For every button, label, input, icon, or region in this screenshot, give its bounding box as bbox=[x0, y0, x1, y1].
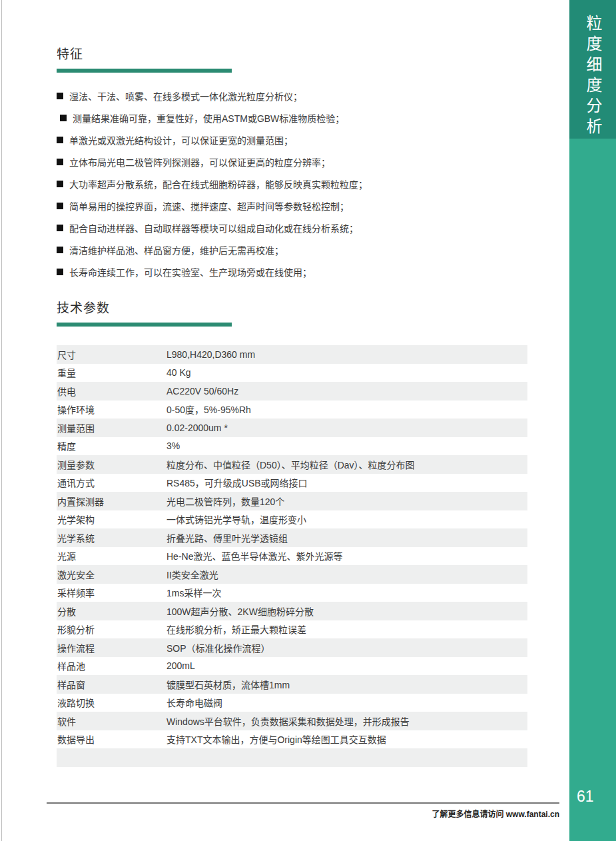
features-section-title: 特征 bbox=[57, 44, 527, 62]
spec-label: 操作流程 bbox=[57, 641, 166, 654]
catalog-page: 特征 湿法、干法、喷雾、在线多模式一体化激光粒度分析仪； 测量结果准确可靠，重复… bbox=[0, 0, 616, 841]
spec-value: 40 Kg bbox=[166, 367, 527, 378]
spec-value: 折叠光路、傅里叶光学透镜组 bbox=[166, 531, 527, 544]
table-row: 液路切换 长寿命电磁阀 bbox=[57, 694, 527, 712]
feature-item: 简单易用的操控界面，流速、搅拌速度、超声时间等参数轻松控制； bbox=[57, 195, 527, 217]
feature-text: 大功率超声分散系统，配合在线式细胞粉碎器，能够反映真实颗粒粒度； bbox=[69, 177, 368, 191]
table-row: 测量范围 0.02-2000um * bbox=[57, 419, 527, 437]
spec-value: 支持TXT文本输出，方便与Origin等绘图工具交互数据 bbox=[166, 732, 527, 746]
spec-label: 样品窗 bbox=[57, 678, 166, 691]
spec-value: SOP（标准化操作流程） bbox=[166, 641, 527, 654]
spec-label: 形貌分析 bbox=[57, 622, 166, 636]
spec-label: 重量 bbox=[57, 366, 166, 379]
feature-item: 测量结果准确可靠，重复性好，使用ASTM或GBW标准物质检验； bbox=[57, 107, 527, 129]
table-row: 样品窗 镀膜型石英材质，流体槽1mm bbox=[57, 675, 527, 694]
feature-item: 单激光或双激光结构设计，可以保证更宽的测量范围； bbox=[57, 129, 527, 151]
spec-value: 光电二极管阵列，数量120个 bbox=[166, 494, 527, 508]
spec-label: 测量范围 bbox=[57, 421, 166, 434]
table-row: 数据导出 支持TXT文本输出，方便与Origin等绘图工具交互数据 bbox=[57, 730, 527, 749]
feature-text: 单激光或双激光结构设计，可以保证更宽的测量范围； bbox=[69, 133, 293, 147]
spec-value: RS485，可升级成USB或网络接口 bbox=[166, 476, 527, 489]
table-row: 精度 3% bbox=[57, 437, 527, 456]
table-row bbox=[57, 748, 527, 767]
feature-text: 立体布局光电二极管阵列探测器，可以保证更高的粒度分辨率； bbox=[69, 155, 330, 169]
spec-label: 激光安全 bbox=[57, 568, 166, 581]
table-row: 分散 100W超声分散、2KW细胞粉碎分散 bbox=[57, 602, 527, 620]
table-row: 光学架构 一体式铸铝光学导轨，温度形变小 bbox=[57, 510, 527, 529]
spec-label: 采样频率 bbox=[57, 586, 166, 599]
spec-label: 操作环境 bbox=[57, 403, 166, 416]
table-row: 样品池 200mL bbox=[57, 657, 527, 676]
spec-label: 供电 bbox=[57, 385, 166, 398]
table-row: 供电 AC220V 50/60Hz bbox=[57, 382, 527, 401]
spec-label: 光源 bbox=[57, 549, 166, 562]
bullet-square-icon bbox=[57, 159, 63, 165]
feature-text: 湿法、干法、喷雾、在线多模式一体化激光粒度分析仪； bbox=[69, 89, 302, 103]
spec-value: 长寿命电磁阀 bbox=[166, 696, 527, 709]
features-title-underline bbox=[57, 69, 232, 73]
table-row: 采样频率 1ms采样一次 bbox=[57, 584, 527, 602]
bullet-square-icon bbox=[57, 225, 63, 231]
feature-text: 清洁维护样品池、样品窗方便，维护后无需再校准； bbox=[69, 243, 284, 257]
table-row: 重量 40 Kg bbox=[57, 364, 527, 383]
footer-divider-line bbox=[47, 802, 559, 804]
sidebar-vertical-title: 粒度细度分析 bbox=[585, 15, 601, 139]
spec-value: 一体式铸铝光学导轨，温度形变小 bbox=[166, 512, 527, 526]
table-row: 光源 He-Ne激光、蓝色半导体激光、紫外光源等 bbox=[57, 547, 527, 566]
bullet-square-icon bbox=[57, 137, 63, 143]
specs-title-underline bbox=[57, 323, 232, 327]
feature-item: 清洁维护样品池、样品窗方便，维护后无需再校准； bbox=[57, 239, 527, 261]
feature-text: 长寿命连续工作，可以在实验室、生产现场旁或在线使用； bbox=[69, 265, 312, 279]
spec-value: He-Ne激光、蓝色半导体激光、紫外光源等 bbox=[166, 549, 527, 562]
feature-item: 立体布局光电二极管阵列探测器，可以保证更高的粒度分辨率； bbox=[57, 151, 527, 173]
main-content: 特征 湿法、干法、喷雾、在线多模式一体化激光粒度分析仪； 测量结果准确可靠，重复… bbox=[0, 0, 569, 841]
bullet-square-icon bbox=[60, 115, 67, 121]
table-row: 内置探测器 光电二极管阵列，数量120个 bbox=[57, 492, 527, 510]
spec-value: L980,H420,D360 mm bbox=[166, 349, 527, 360]
spec-value: 粒度分布、中值粒径（D50）、平均粒径（Dav）、粒度分布图 bbox=[166, 458, 527, 471]
spec-value: 0.02-2000um * bbox=[166, 422, 527, 433]
page-number: 61 bbox=[577, 788, 594, 806]
feature-text: 配合自动进样器、自动取样器等模块可以组成自动化或在线分析系统； bbox=[69, 221, 358, 235]
bullet-square-icon bbox=[57, 247, 63, 253]
spec-label: 精度 bbox=[57, 439, 166, 452]
spec-label: 尺寸 bbox=[57, 348, 166, 361]
spec-value: 3% bbox=[166, 440, 527, 451]
feature-item: 配合自动进样器、自动取样器等模块可以组成自动化或在线分析系统； bbox=[57, 217, 527, 239]
table-row: 测量参数 粒度分布、中值粒径（D50）、平均粒径（Dav）、粒度分布图 bbox=[57, 455, 527, 474]
feature-item: 湿法、干法、喷雾、在线多模式一体化激光粒度分析仪； bbox=[57, 85, 527, 107]
table-row: 激光安全 II类安全激光 bbox=[57, 565, 527, 584]
spec-label: 分散 bbox=[57, 604, 166, 618]
spec-value: 1ms采样一次 bbox=[166, 586, 527, 599]
right-sidebar: 粒度细度分析 61 bbox=[569, 0, 616, 841]
spec-label: 光学架构 bbox=[57, 512, 166, 526]
footer-note: 了解更多信息请访问 www.fantai.cn bbox=[47, 808, 559, 819]
spec-label: 数据导出 bbox=[57, 732, 166, 746]
sidebar-category-band: 粒度细度分析 bbox=[569, 0, 616, 139]
spec-label: 通讯方式 bbox=[57, 476, 166, 489]
feature-text: 简单易用的操控界面，流速、搅拌速度、超声时间等参数轻松控制； bbox=[69, 199, 349, 213]
spec-table: 尺寸 L980,H420,D360 mm 重量 40 Kg 供电 AC220V … bbox=[57, 345, 527, 767]
table-row: 形貌分析 在线形貌分析，矫正最大颗粒误差 bbox=[57, 620, 527, 639]
table-row: 软件 Windows平台软件，负责数据采集和数据处理，并形成报告 bbox=[57, 712, 527, 730]
bullet-square-icon bbox=[57, 93, 63, 99]
spec-value: 镀膜型石英材质，流体槽1mm bbox=[166, 678, 527, 691]
spec-label: 样品池 bbox=[57, 659, 166, 672]
spec-label: 测量参数 bbox=[57, 458, 166, 471]
table-row: 光学系统 折叠光路、傅里叶光学透镜组 bbox=[57, 528, 527, 547]
table-row: 操作流程 SOP（标准化操作流程） bbox=[57, 638, 527, 657]
sidebar-background bbox=[569, 139, 616, 841]
feature-text: 测量结果准确可靠，重复性好，使用ASTM或GBW标准物质检验； bbox=[73, 111, 344, 125]
spec-value: 100W超声分散、2KW细胞粉碎分散 bbox=[166, 604, 527, 618]
spec-value: II类安全激光 bbox=[166, 568, 527, 581]
spec-value: 在线形貌分析，矫正最大颗粒误差 bbox=[166, 622, 527, 636]
specs-section-title: 技术参数 bbox=[57, 298, 527, 316]
table-row: 尺寸 L980,H420,D360 mm bbox=[57, 345, 527, 364]
spec-value: AC220V 50/60Hz bbox=[166, 386, 527, 397]
bullet-square-icon bbox=[57, 269, 63, 275]
feature-item: 长寿命连续工作，可以在实验室、生产现场旁或在线使用； bbox=[57, 261, 527, 283]
spec-label: 液路切换 bbox=[57, 696, 166, 709]
feature-item: 大功率超声分散系统，配合在线式细胞粉碎器，能够反映真实颗粒粒度； bbox=[57, 173, 527, 195]
table-row: 操作环境 0-50度，5%-95%Rh bbox=[57, 401, 527, 419]
table-row: 通讯方式 RS485，可升级成USB或网络接口 bbox=[57, 474, 527, 492]
